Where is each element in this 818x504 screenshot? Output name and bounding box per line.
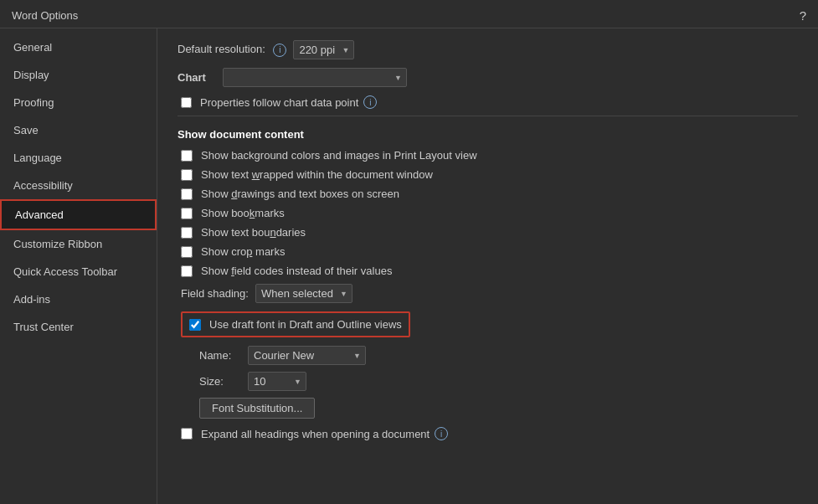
main-panel: Default resolution: i 220 ppi 96 ppi 150… (157, 28, 818, 504)
font-name-row: Name: Courier New Arial Times New Roman … (199, 346, 798, 365)
font-size-select-wrap: 8 9 10 11 12 (248, 372, 306, 391)
sidebar-item-accessibility[interactable]: Accessibility (0, 172, 157, 199)
chart-select-wrap (223, 68, 407, 87)
properties-chart-checkbox[interactable] (181, 97, 192, 108)
use-draft-font-section: Use draft font in Draft and Outline view… (181, 311, 410, 337)
show-document-content-title: Show document content (177, 128, 798, 141)
show-background-label[interactable]: Show background colors and images in Pri… (201, 149, 477, 162)
show-crop-marks-checkbox[interactable] (181, 246, 193, 258)
chart-row: Chart (177, 68, 798, 87)
show-field-codes-row: Show field codes instead of their values (181, 265, 798, 277)
show-field-codes-label[interactable]: Show field codes instead of their values (201, 265, 392, 277)
sidebar-item-customize-ribbon[interactable]: Customize Ribbon (0, 230, 157, 258)
properties-chart-info-icon[interactable]: i (363, 95, 377, 109)
sidebar-item-advanced[interactable]: Advanced (0, 199, 157, 230)
sidebar-item-general[interactable]: General (0, 33, 157, 61)
show-crop-marks-label[interactable]: Show crop marks (201, 245, 285, 258)
divider-1 (177, 116, 798, 116)
default-resolution-row: Default resolution: i 220 ppi 96 ppi 150… (177, 40, 798, 59)
resolution-info-icon[interactable]: i (273, 44, 286, 57)
sidebar-item-trust-center[interactable]: Trust Center (0, 313, 157, 341)
font-size-row: Size: 8 9 10 11 12 (199, 372, 798, 391)
default-resolution-label: Default resolution: i (177, 43, 286, 57)
properties-chart-label[interactable]: Properties follow chart data point (200, 96, 358, 109)
expand-headings-row: Expand all headings when opening a docum… (181, 427, 798, 440)
font-name-label: Name: (199, 349, 241, 362)
show-background-checkbox[interactable] (181, 150, 193, 162)
show-background-row: Show background colors and images in Pri… (181, 149, 798, 162)
resolution-select-wrap: 220 ppi 96 ppi 150 ppi (293, 40, 354, 59)
sidebar-item-language[interactable]: Language (0, 144, 157, 172)
field-shading-select[interactable]: Always Never When selected (255, 284, 352, 303)
show-bookmarks-label[interactable]: Show bookmarks (201, 207, 285, 219)
chart-label: Chart (177, 71, 211, 84)
font-name-select-wrap: Courier New Arial Times New Roman Calibr… (248, 346, 366, 365)
sidebar-item-save[interactable]: Save (0, 116, 157, 144)
show-text-boundaries-checkbox[interactable] (181, 227, 193, 239)
sidebar-item-display[interactable]: Display (0, 61, 157, 89)
window-title: Word Options (12, 9, 78, 22)
chart-select[interactable] (223, 68, 407, 87)
field-shading-label: Field shading: (181, 287, 249, 300)
field-shading-select-wrap: Always Never When selected (255, 284, 352, 303)
title-bar: Word Options ? (0, 0, 818, 28)
show-bookmarks-checkbox[interactable] (181, 208, 193, 219)
expand-headings-label[interactable]: Expand all headings when opening a docum… (201, 428, 430, 440)
show-drawings-label[interactable]: Show drawings and text boxes on screen (201, 188, 399, 200)
properties-chart-row: Properties follow chart data point i (181, 95, 798, 109)
font-substitution-button[interactable]: Font Substitution... (199, 398, 315, 419)
font-name-select[interactable]: Courier New Arial Times New Roman Calibr… (248, 346, 366, 365)
word-options-window: Word Options ? General Display Proofing … (0, 0, 818, 504)
field-shading-row: Field shading: Always Never When selecte… (181, 284, 798, 303)
expand-headings-checkbox[interactable] (181, 428, 193, 440)
show-text-wrapped-label[interactable]: Show text wrapped within the document wi… (201, 168, 433, 181)
show-drawings-checkbox[interactable] (181, 188, 193, 200)
font-size-select[interactable]: 8 9 10 11 12 (248, 372, 306, 391)
sidebar: General Display Proofing Save Language A… (0, 28, 157, 504)
show-text-wrapped-row: Show text wrapped within the document wi… (181, 168, 798, 181)
expand-headings-info-icon[interactable]: i (435, 427, 448, 440)
sidebar-item-proofing[interactable]: Proofing (0, 89, 157, 116)
show-drawings-row: Show drawings and text boxes on screen (181, 188, 798, 200)
font-size-label: Size: (199, 375, 241, 388)
show-bookmarks-row: Show bookmarks (181, 207, 798, 219)
font-substitution-wrap: Font Substitution... (199, 398, 798, 419)
main-content: General Display Proofing Save Language A… (0, 28, 818, 504)
sidebar-item-quick-access-toolbar[interactable]: Quick Access Toolbar (0, 258, 157, 285)
show-text-boundaries-row: Show text boundaries (181, 226, 798, 239)
help-button[interactable]: ? (800, 8, 806, 23)
show-text-boundaries-label[interactable]: Show text boundaries (201, 226, 306, 239)
sidebar-item-add-ins[interactable]: Add-ins (0, 285, 157, 313)
use-draft-font-label[interactable]: Use draft font in Draft and Outline view… (209, 318, 402, 331)
show-field-codes-checkbox[interactable] (181, 265, 193, 277)
show-text-wrapped-checkbox[interactable] (181, 169, 193, 181)
show-crop-marks-row: Show crop marks (181, 245, 798, 258)
use-draft-font-checkbox[interactable] (189, 319, 201, 331)
resolution-select[interactable]: 220 ppi 96 ppi 150 ppi (293, 40, 354, 59)
